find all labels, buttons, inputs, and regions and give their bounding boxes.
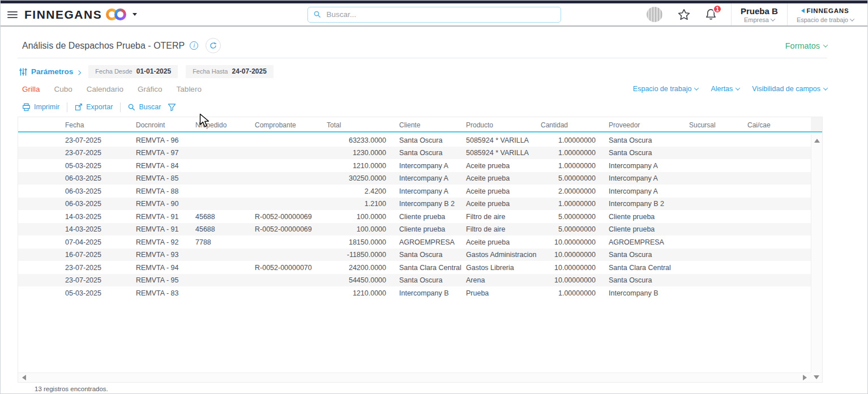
table-row[interactable]: 23-07-2025REMVTA - 9554450.0000Santa Osc… <box>18 274 811 287</box>
cell-nropedido[interactable]: 7788 <box>191 235 250 249</box>
cell-cliente[interactable]: Intercompany B 2 <box>395 198 461 211</box>
cell-producto[interactable]: Aceite prueba <box>461 159 536 172</box>
scroll-right-arrow-icon[interactable] <box>803 375 807 380</box>
column-header-sucursal[interactable]: Sucursal <box>685 117 743 131</box>
tab-grilla[interactable]: Grilla <box>22 85 40 93</box>
cell-cliente[interactable]: Intercompany A <box>395 159 461 172</box>
cell-comprobante[interactable] <box>250 249 322 262</box>
row-leading-cell[interactable] <box>18 223 61 236</box>
tab-grafico[interactable]: Gráfico <box>138 85 163 93</box>
cell-comprobante[interactable] <box>250 159 322 172</box>
param-fecha-desde[interactable]: Fecha Desde 01-01-2025 <box>88 65 178 78</box>
cell-comprobante[interactable] <box>250 235 322 249</box>
cell-cliente[interactable]: Santa Oscura <box>395 274 461 287</box>
cell-sucursal[interactable] <box>685 261 743 274</box>
row-leading-cell[interactable] <box>18 185 61 198</box>
cell-fecha[interactable]: 06-03-2025 <box>61 198 131 211</box>
column-header-fecha[interactable]: Fecha <box>61 117 131 131</box>
cell-fecha[interactable]: 23-07-2025 <box>61 274 131 287</box>
horizontal-scrollbar[interactable] <box>18 372 811 382</box>
cell-nropedido[interactable] <box>191 159 250 172</box>
cell-sucursal[interactable] <box>685 172 743 185</box>
cell-proveedor[interactable]: Santa Oscura <box>604 147 685 160</box>
tab-calendario[interactable]: Calendario <box>87 85 123 93</box>
cell-total[interactable]: 100.0000 <box>322 223 395 236</box>
company-selector[interactable]: Prueba B Empresa <box>732 5 787 24</box>
table-row[interactable]: 06-03-2025REMVTA - 882.4200Intercompany … <box>18 185 811 198</box>
link-espacio-de-trabajo[interactable]: Espacio de trabajo <box>633 85 699 93</box>
cell-proveedor[interactable]: AGROEMPRESA <box>604 235 685 249</box>
export-button[interactable]: Exportar <box>75 103 113 111</box>
cell-sucursal[interactable] <box>685 134 743 147</box>
cell-sucursal[interactable] <box>685 235 743 249</box>
cell-fecha[interactable]: 23-07-2025 <box>61 134 131 147</box>
cell-cantidad[interactable]: 1.00000000 <box>536 198 604 211</box>
row-leading-cell[interactable] <box>18 172 61 185</box>
link-alertas[interactable]: Alertas <box>711 85 739 93</box>
cell-nropedido[interactable]: 45688 <box>191 223 250 236</box>
cell-cantidad[interactable]: 10.00000000 <box>536 274 604 287</box>
cell-cai-cae[interactable] <box>743 134 811 147</box>
cell-cantidad[interactable]: 2.00000000 <box>536 185 604 198</box>
cell-cantidad[interactable]: 1.00000000 <box>536 147 604 160</box>
table-row[interactable]: 23-07-2025REMVTA - 971230.0000Santa Oscu… <box>18 147 811 160</box>
cell-proveedor[interactable]: Cliente prueba <box>604 210 685 223</box>
scroll-up-arrow-icon[interactable] <box>814 139 820 143</box>
table-row[interactable]: 06-03-2025REMVTA - 8530250.0000Intercomp… <box>18 172 811 185</box>
cell-docnroint[interactable]: REMVTA - 91 <box>131 223 191 236</box>
cell-producto[interactable]: 5085924 * VARILLA <box>461 134 536 147</box>
cell-fecha[interactable]: 14-03-2025 <box>61 210 131 223</box>
cell-nropedido[interactable] <box>191 134 250 147</box>
link-visibilidad-de-campos[interactable]: Visibilidad de campos <box>752 85 827 93</box>
cell-proveedor[interactable]: Intercompany A <box>604 185 685 198</box>
scroll-left-arrow-icon[interactable] <box>22 375 26 380</box>
cell-comprobante[interactable]: R-0052-00000069 <box>250 210 322 223</box>
cell-producto[interactable]: Gastos Administracion <box>461 249 536 262</box>
cell-total[interactable]: 30250.0000 <box>322 172 395 185</box>
table-row[interactable]: 23-07-2025REMVTA - 9663233.0000Santa Osc… <box>18 134 811 147</box>
row-leading-cell[interactable] <box>18 198 61 211</box>
table-row[interactable]: 23-07-2025REMVTA - 94R-0052-000000702420… <box>18 261 811 274</box>
refresh-button[interactable] <box>206 38 221 53</box>
cell-proveedor[interactable]: Intercompany B 2 <box>604 198 685 211</box>
tab-cubo[interactable]: Cubo <box>54 85 72 93</box>
formats-dropdown[interactable]: Formatos <box>785 41 827 50</box>
column-header-cai-cae[interactable]: Cai/cae <box>743 117 811 131</box>
cell-producto[interactable]: Aceite prueba <box>461 185 536 198</box>
cell-total[interactable]: 18150.0000 <box>322 235 395 249</box>
table-row[interactable]: 16-07-2025REMVTA - 93-11850.0000Santa Os… <box>18 249 811 262</box>
cell-total[interactable]: 24200.0000 <box>322 261 395 274</box>
cell-sucursal[interactable] <box>685 198 743 211</box>
cell-docnroint[interactable]: REMVTA - 97 <box>131 147 191 160</box>
cell-producto[interactable]: Gastos Libreria <box>461 261 536 274</box>
cell-proveedor[interactable]: Intercompany B <box>604 286 685 299</box>
filter-button[interactable] <box>168 103 176 112</box>
brand-logo[interactable]: FINNEGANS <box>24 8 137 22</box>
cell-cantidad[interactable]: 5.00000000 <box>536 210 604 223</box>
table-row[interactable]: 07-04-2025REMVTA - 92778818150.0000AGROE… <box>18 235 811 249</box>
cell-nropedido[interactable] <box>191 249 250 262</box>
global-search-box[interactable] <box>307 7 561 23</box>
row-leading-cell[interactable] <box>18 249 61 262</box>
cell-sucursal[interactable] <box>685 147 743 160</box>
cell-cai-cae[interactable] <box>743 147 811 160</box>
cell-cliente[interactable]: Cliente prueba <box>395 210 461 223</box>
cell-sucursal[interactable] <box>685 286 743 299</box>
cell-total[interactable]: 1230.0000 <box>322 147 395 160</box>
cell-docnroint[interactable]: REMVTA - 85 <box>131 172 191 185</box>
cell-cai-cae[interactable] <box>743 172 811 185</box>
table-row[interactable]: 14-03-2025REMVTA - 9145688R-0052-0000006… <box>18 210 811 223</box>
cell-nropedido[interactable] <box>191 261 250 274</box>
workspace-selector[interactable]: FINNEGANS Espacio de trabajo <box>788 5 863 24</box>
cell-proveedor[interactable]: Santa Oscura <box>604 134 685 147</box>
cell-fecha[interactable]: 23-07-2025 <box>61 261 131 274</box>
cell-cliente[interactable]: AGROEMPRESA <box>395 235 461 249</box>
cell-producto[interactable]: Filtro de aire <box>461 223 536 236</box>
column-header-proveedor[interactable]: Proveedor <box>604 117 685 131</box>
parameters-toggle[interactable]: Parámetros <box>19 67 80 76</box>
row-leading-cell[interactable] <box>18 261 61 274</box>
row-leading-cell[interactable] <box>18 274 61 287</box>
cell-docnroint[interactable]: REMVTA - 94 <box>131 261 191 274</box>
cell-nropedido[interactable]: 45688 <box>191 210 250 223</box>
cell-docnroint[interactable]: REMVTA - 95 <box>131 274 191 287</box>
